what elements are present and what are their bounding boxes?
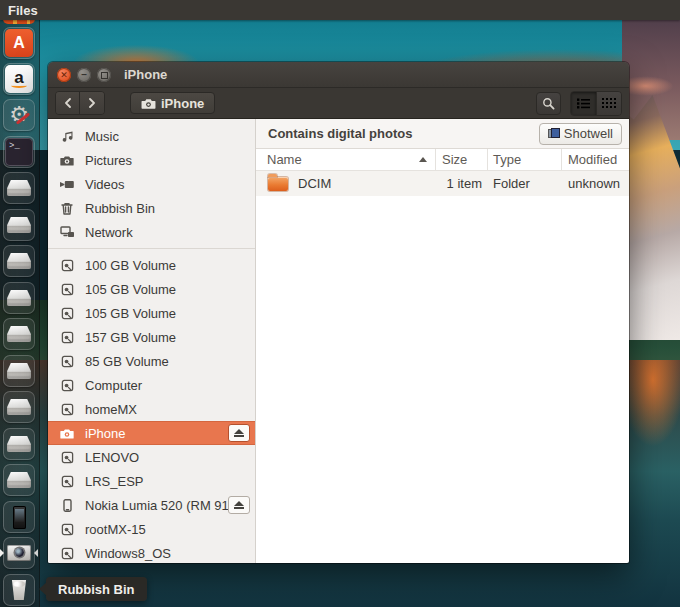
hard-drive-icon xyxy=(59,305,75,321)
hard-drive-icon xyxy=(59,545,75,561)
window-titlebar[interactable]: iPhone xyxy=(48,62,629,88)
sidebar-item-label: 100 GB Volume xyxy=(85,258,176,273)
grid-view-button[interactable] xyxy=(596,92,621,115)
hard-drive-icon xyxy=(7,180,31,196)
sidebar-item-lrs-esp[interactable]: LRS_ESP xyxy=(48,469,255,493)
search-button[interactable] xyxy=(536,92,561,115)
open-shotwell-button[interactable]: Shotwell xyxy=(539,123,622,145)
column-header-name[interactable]: Name xyxy=(256,149,436,170)
eject-button-iphone[interactable] xyxy=(228,424,250,442)
launcher-item-terminal[interactable]: >_ xyxy=(3,136,35,168)
camera-icon xyxy=(59,152,75,168)
sidebar-item-label: Music xyxy=(85,129,119,144)
window-title: iPhone xyxy=(124,67,167,82)
launcher-item-drive-7[interactable] xyxy=(3,391,35,423)
infobar: Contains digital photos Shotwell xyxy=(256,119,629,149)
launcher-item-drive-3[interactable] xyxy=(3,245,35,277)
sidebar-item-label: Network xyxy=(85,225,133,240)
hard-drive-icon xyxy=(59,257,75,273)
sidebar-item-label: LRS_ESP xyxy=(85,474,144,489)
hard-drive-icon xyxy=(59,521,75,537)
sidebar-item-label: Videos xyxy=(85,177,125,192)
hard-drive-icon xyxy=(7,253,31,269)
hard-drive-icon xyxy=(59,353,75,369)
launcher-item-drive-5[interactable] xyxy=(3,318,35,350)
breadcrumb-label: iPhone xyxy=(161,96,204,111)
launcher-item-drive-1[interactable] xyxy=(3,172,35,204)
app-menu-files[interactable]: Files xyxy=(0,3,38,18)
column-header-type[interactable]: Type xyxy=(488,149,562,170)
breadcrumb-iphone[interactable]: iPhone xyxy=(130,92,215,114)
sidebar-item-label: Rubbish Bin xyxy=(85,201,155,216)
sidebar-item-network[interactable]: Network xyxy=(48,220,255,244)
devices-list: 100 GB Volume 105 GB Volume 105 GB Volum… xyxy=(48,253,255,563)
sidebar-item-volume-105gb-b[interactable]: 105 GB Volume xyxy=(48,301,255,325)
eject-button-nokia[interactable] xyxy=(228,496,250,514)
desktop: Files A a ⚙ >_ xyxy=(0,0,680,607)
file-row-dcim[interactable]: DCIM 1 item Folder unknown xyxy=(256,171,629,196)
launcher-item-settings[interactable]: ⚙ xyxy=(3,99,35,131)
launcher-item-drive-9[interactable] xyxy=(3,464,35,496)
column-header-size[interactable]: Size xyxy=(436,149,488,170)
sidebar-item-label: rootMX-15 xyxy=(85,522,146,537)
sidebar-item-windows8-os[interactable]: Windows8_OS xyxy=(48,541,255,563)
list-view-icon xyxy=(577,98,590,109)
sidebar-item-label: 85 GB Volume xyxy=(85,354,169,369)
sidebar-item-volume-100gb[interactable]: 100 GB Volume xyxy=(48,253,255,277)
column-header-modified[interactable]: Modified xyxy=(562,149,629,170)
sidebar-separator xyxy=(48,248,255,249)
eject-icon xyxy=(234,429,244,434)
hard-drive-icon xyxy=(7,217,31,233)
list-view-button[interactable] xyxy=(571,92,596,115)
sidebar-item-lenovo[interactable]: LENOVO xyxy=(48,445,255,469)
sidebar-item-rootmx-15[interactable]: rootMX-15 xyxy=(48,517,255,541)
sidebar-item-videos[interactable]: Videos xyxy=(48,172,255,196)
sort-ascending-icon xyxy=(419,157,427,162)
sidebar-item-volume-105gb-a[interactable]: 105 GB Volume xyxy=(48,277,255,301)
sidebar-item-rubbish-bin[interactable]: Rubbish Bin xyxy=(48,196,255,220)
sidebar-item-pictures[interactable]: Pictures xyxy=(48,148,255,172)
files-window: iPhone iPhone xyxy=(48,62,629,563)
places-sidebar: Music Pictures Videos xyxy=(48,119,256,563)
hard-drive-icon xyxy=(7,399,31,415)
camera-icon xyxy=(141,98,156,109)
network-icon xyxy=(59,224,75,240)
sidebar-item-volume-85gb[interactable]: 85 GB Volume xyxy=(48,349,255,373)
sidebar-item-volume-157gb[interactable]: 157 GB Volume xyxy=(48,325,255,349)
sidebar-item-nokia-lumia[interactable]: Nokia Lumia 520 (RM 914) xyxy=(48,493,255,517)
hard-drive-icon xyxy=(7,326,31,342)
launcher-item-drive-8[interactable] xyxy=(3,428,35,460)
software-a-app-icon: A xyxy=(5,29,33,57)
file-name-cell: DCIM xyxy=(256,176,436,191)
sidebar-item-iphone[interactable]: iPhone xyxy=(48,421,255,445)
tooltip-text: Rubbish Bin xyxy=(58,582,135,597)
launcher-item-amazon[interactable]: a xyxy=(3,63,35,95)
camera-icon xyxy=(59,425,75,441)
sidebar-item-label: iPhone xyxy=(85,426,125,441)
sidebar-item-computer[interactable]: Computer xyxy=(48,373,255,397)
hard-drive-icon xyxy=(7,472,31,488)
camera-device-icon xyxy=(7,545,31,561)
focused-indicator-icon xyxy=(34,549,38,557)
forward-button[interactable] xyxy=(80,92,104,114)
video-camera-icon xyxy=(59,176,75,192)
maximize-button[interactable] xyxy=(97,68,111,82)
minimize-button[interactable] xyxy=(77,68,91,82)
unity-launcher: A a ⚙ >_ xyxy=(0,20,40,607)
back-button[interactable] xyxy=(56,92,80,114)
launcher-item-camera-iphone[interactable] xyxy=(3,537,35,569)
hard-drive-icon xyxy=(7,436,31,452)
launcher-item-phone[interactable] xyxy=(3,501,35,533)
launcher-item-drive-2[interactable] xyxy=(3,209,35,241)
history-nav-group xyxy=(55,91,105,115)
launcher-item-software-a[interactable]: A xyxy=(3,27,35,59)
sidebar-item-label: LENOVO xyxy=(85,450,139,465)
launcher-item-rubbish-bin[interactable] xyxy=(3,574,35,606)
close-button[interactable] xyxy=(57,68,71,82)
launcher-item-drive-6[interactable] xyxy=(3,355,35,387)
sidebar-item-music[interactable]: Music xyxy=(48,124,255,148)
grid-view-icon xyxy=(602,98,616,109)
launcher-item-drive-4[interactable] xyxy=(3,282,35,314)
sidebar-item-homemx[interactable]: homeMX xyxy=(48,397,255,421)
eject-icon xyxy=(234,501,244,506)
